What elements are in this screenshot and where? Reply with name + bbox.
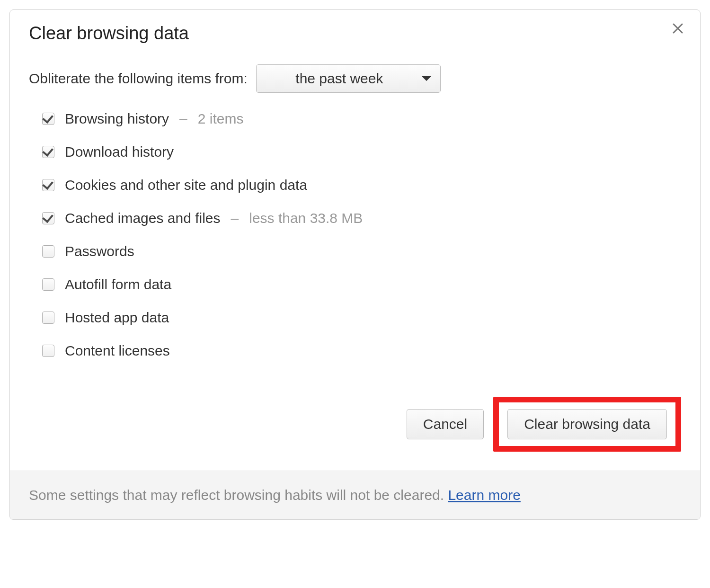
checkbox[interactable] xyxy=(42,146,54,158)
checkbox-label: Content licenses xyxy=(65,343,170,359)
footer-text: Some settings that may reflect browsing … xyxy=(29,487,521,503)
checkbox-label: Browsing history xyxy=(65,111,169,127)
close-button[interactable] xyxy=(670,20,686,36)
highlight-annotation: Clear browsing data xyxy=(493,397,681,452)
checkbox-label: Autofill form data xyxy=(65,276,171,293)
checkbox-row: Passwords xyxy=(42,243,681,259)
dialog-title: Clear browsing data xyxy=(29,23,681,44)
checkbox-label: Passwords xyxy=(65,243,134,259)
separator-dash: – xyxy=(231,210,239,226)
checkbox-label: Download history xyxy=(65,144,174,160)
checkbox-row: Cached images and files–less than 33.8 M… xyxy=(42,210,681,226)
checkbox-label: Cached images and files xyxy=(65,210,221,226)
close-icon xyxy=(673,21,683,36)
checkbox-label: Hosted app data xyxy=(65,310,169,326)
checkbox-label: Cookies and other site and plugin data xyxy=(65,177,307,193)
clear-browsing-data-button[interactable]: Clear browsing data xyxy=(507,409,667,439)
checkbox-list: Browsing history–2 itemsDownload history… xyxy=(29,111,681,359)
learn-more-link[interactable]: Learn more xyxy=(448,487,520,503)
checkbox-row: Cookies and other site and plugin data xyxy=(42,177,681,193)
time-range-row: Obliterate the following items from: the… xyxy=(29,64,681,93)
checkbox[interactable] xyxy=(42,212,54,224)
footer-message: Some settings that may reflect browsing … xyxy=(29,487,448,503)
separator-dash: – xyxy=(179,111,187,127)
checkbox[interactable] xyxy=(42,345,54,357)
dialog-header: Clear browsing data xyxy=(10,10,700,53)
dialog-body: Obliterate the following items from: the… xyxy=(10,53,700,397)
checkbox-note: less than 33.8 MB xyxy=(249,210,363,226)
checkbox[interactable] xyxy=(42,278,54,291)
cancel-button[interactable]: Cancel xyxy=(407,409,484,439)
dialog-actions: Cancel Clear browsing data xyxy=(10,397,700,471)
checkbox-row: Autofill form data xyxy=(42,276,681,293)
checkbox[interactable] xyxy=(42,113,54,125)
checkbox-row: Browsing history–2 items xyxy=(42,111,681,127)
checkbox[interactable] xyxy=(42,245,54,258)
checkbox-note: 2 items xyxy=(198,111,244,127)
clear-browsing-data-dialog: Clear browsing data Obliterate the follo… xyxy=(9,9,701,520)
checkbox-row: Hosted app data xyxy=(42,310,681,326)
time-range-select-wrapper: the past week xyxy=(256,64,441,93)
checkbox-row: Content licenses xyxy=(42,343,681,359)
time-range-label: Obliterate the following items from: xyxy=(29,71,248,87)
checkbox-row: Download history xyxy=(42,144,681,160)
checkbox[interactable] xyxy=(42,179,54,191)
time-range-select[interactable]: the past week xyxy=(256,64,441,93)
dialog-footer: Some settings that may reflect browsing … xyxy=(10,471,700,519)
checkbox[interactable] xyxy=(42,312,54,324)
